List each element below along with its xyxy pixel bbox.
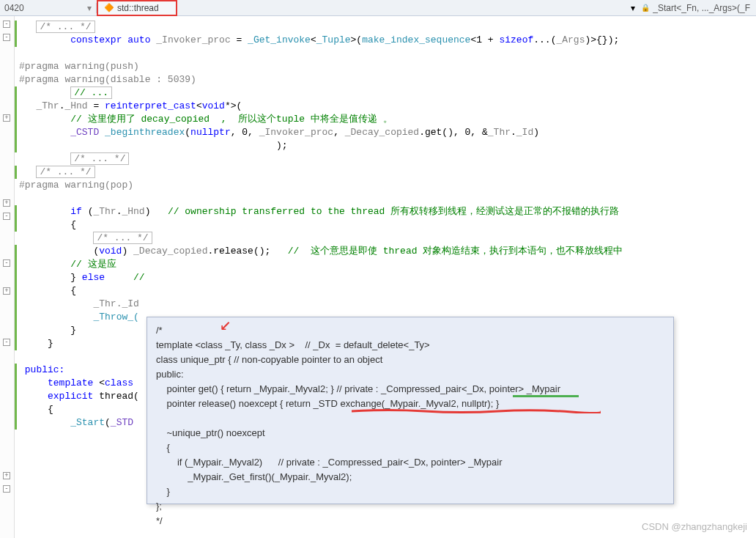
code-line: /* ... */ (15, 166, 756, 179)
class-icon: 🔶 (104, 3, 114, 12)
collapse-icon[interactable]: - (3, 34, 10, 41)
collapse-icon[interactable]: - (3, 339, 10, 346)
code-line: } else // (15, 271, 756, 284)
code-line: { (15, 284, 756, 298)
tooltip-line: ~unique_ptr() noexcept (156, 426, 664, 441)
tooltip-line: /* (156, 323, 664, 338)
tooltip-line: class unique_ptr { // non-copyable point… (156, 353, 664, 367)
tooltip-line: if (_Mypair._Myval2) // private : _Compr… (156, 455, 664, 470)
member-text: _Start<_Fn, ..._Args>(_F (653, 3, 750, 13)
watermark: CSDN @zhangzhangkeji (642, 521, 747, 532)
collapse-icon[interactable]: - (3, 213, 10, 220)
code-line: if (_Thr._Hnd) // ownership transferred … (15, 205, 756, 218)
expand-icon[interactable]: + (3, 472, 10, 479)
code-line: /* ... */ (15, 152, 756, 166)
code-line (15, 47, 756, 60)
code-line: #pragma warning(disable : 5039) (15, 73, 756, 86)
code-line: { (15, 218, 756, 232)
expand-icon[interactable]: + (3, 199, 10, 207)
code-line: #pragma warning(push) (15, 60, 756, 73)
tooltip-line: */ (156, 514, 664, 528)
code-line: // 这是应 (15, 258, 756, 271)
collapse-icon[interactable]: - (3, 21, 10, 28)
tooltip-line: public: (156, 367, 664, 382)
code-line: _Thr._Id (15, 298, 756, 311)
lock-icon: 🔒 (641, 4, 650, 12)
tooltip-line: template <class _Ty, class _Dx > // _Dx … (156, 338, 664, 353)
tooltip-line: pointer get() { return _Mypair._Myval2; … (156, 382, 664, 397)
collapse-icon[interactable]: - (3, 485, 10, 493)
code-line: (void) _Decay_copied.release(); // 这个意思是… (15, 245, 756, 258)
class-text: std::thread (117, 3, 159, 13)
code-line: /* ... */ (15, 21, 756, 34)
annotation-underline-green (513, 394, 579, 397)
tooltip-line: } (156, 484, 664, 499)
scope-text: 0420 (4, 3, 24, 13)
tooltip-line: _Mypair._Get_first()(_Mypair._Myval2); (156, 470, 664, 484)
expand-icon[interactable]: + (3, 114, 10, 122)
code-line: // ... (15, 86, 756, 100)
code-line: _CSTD _beginthreadex(nullptr, 0, _Invoke… (15, 126, 756, 139)
code-line: constexpr auto _Invoker_proc = _Get_invo… (15, 34, 756, 47)
navigation-bar: 0420 ▾ 🔶 std::thread ▾ 🔒 _Start<_Fn, ...… (0, 0, 756, 16)
code-line: ); (15, 139, 756, 152)
tooltip-line (156, 411, 664, 426)
outline-gutter[interactable]: - - + + - - + - + - (0, 16, 15, 538)
tooltip-line: }; (156, 499, 664, 514)
code-line: // 这里使用了 decay_copied , 所以这个tuple 中将全是值传… (15, 113, 756, 126)
scope-selector[interactable]: 0420 ▾ (0, 3, 97, 13)
collapse-icon[interactable]: - (3, 259, 10, 267)
class-selector[interactable]: 🔶 std::thread (97, 0, 177, 16)
chevron-down-icon: ▾ (87, 3, 92, 13)
code-line (15, 192, 756, 205)
annotation-underline-red (352, 405, 601, 410)
code-line: #pragma warning(pop) (15, 179, 756, 192)
code-line: /* ... */ (15, 232, 756, 245)
code-line: _Thr._Hnd = reinterpret_cast<void*>( (15, 100, 756, 113)
tooltip-line: { (156, 441, 664, 455)
member-selector[interactable]: 🔒 _Start<_Fn, ..._Args>(_F (635, 3, 756, 13)
expand-icon[interactable]: + (3, 287, 10, 295)
